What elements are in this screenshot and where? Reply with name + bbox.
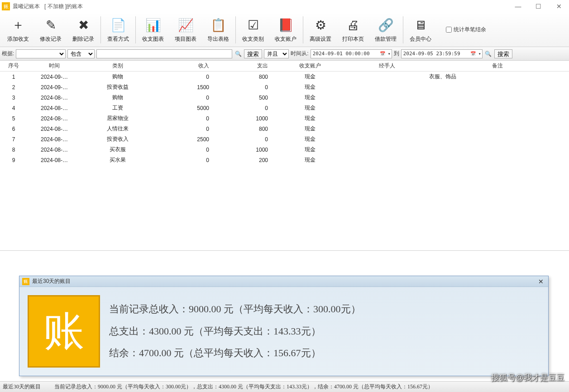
table-cell bbox=[426, 113, 569, 124]
status-bar: 最近30天的账目 当前记录总收入：9000.00 元（平均每天收入：300.00… bbox=[0, 381, 569, 392]
table-cell: 现金 bbox=[272, 82, 349, 92]
summary-line-income: 当前记录总收入：9000.00 元（平均每天收入：300.00元） bbox=[109, 298, 361, 320]
close-button[interactable]: ✕ bbox=[549, 0, 569, 13]
table-cell: 800 bbox=[213, 124, 272, 134]
table-cell: 购物 bbox=[81, 92, 154, 103]
chart-project-label: 项目图表 bbox=[175, 35, 196, 43]
maximize-button[interactable]: ☐ bbox=[528, 0, 549, 13]
edit-button[interactable]: ✎修改记录 bbox=[34, 14, 67, 46]
table-row[interactable]: 42024-08-…工资50000现金 bbox=[0, 103, 569, 113]
filter-bar: 根据: 包含 🔍 搜索 并且 时间从: 2024-09-01 00:00:00 … bbox=[0, 47, 569, 61]
table-cell: 2024-09-… bbox=[27, 82, 81, 92]
table-cell: 2 bbox=[0, 82, 27, 92]
table-row[interactable]: 22024-09-…投资收益15000现金 bbox=[0, 82, 569, 92]
delete-button[interactable]: ✖删除记录 bbox=[67, 14, 100, 46]
table-cell: 6 bbox=[0, 124, 27, 134]
time-from-label: 时间从: bbox=[291, 50, 308, 57]
date-start-input[interactable]: 2024-09-01 00:00:00 bbox=[311, 49, 392, 58]
table-row[interactable]: 52024-08-…居家物业01000现金 bbox=[0, 113, 569, 124]
table-row[interactable]: 72024-08-…投资收入25000现金 bbox=[0, 134, 569, 144]
table-cell: 居家物业 bbox=[81, 113, 154, 124]
add-icon: ＋ bbox=[10, 16, 27, 33]
table-cell: 0 bbox=[213, 82, 272, 92]
table-cell: 买水果 bbox=[81, 155, 154, 165]
search-final-button[interactable]: 搜索 bbox=[494, 49, 512, 58]
search-button[interactable]: 搜索 bbox=[244, 49, 262, 58]
column-header[interactable]: 时间 bbox=[27, 61, 81, 72]
table-cell: 200 bbox=[213, 155, 272, 165]
table-cell: 1000 bbox=[213, 144, 272, 155]
table-cell: 买衣服 bbox=[81, 144, 154, 155]
table-cell: 工资 bbox=[81, 103, 154, 113]
viewmode-icon: 📄 bbox=[110, 16, 127, 33]
table-cell: 0 bbox=[154, 72, 213, 82]
loan-icon: 🔗 bbox=[377, 16, 394, 33]
column-header[interactable]: 支出 bbox=[213, 61, 272, 72]
print-label: 打印本页 bbox=[342, 35, 364, 43]
table-cell: 2024-08-… bbox=[27, 155, 81, 165]
table-cell: 7 bbox=[0, 134, 27, 144]
chart-income-button[interactable]: 📊收支图表 bbox=[137, 14, 169, 46]
account-button[interactable]: 📕收支账户 bbox=[269, 14, 302, 46]
table-cell bbox=[349, 134, 426, 144]
contains-select[interactable]: 包含 bbox=[67, 49, 95, 58]
table-cell bbox=[349, 103, 426, 113]
status-left: 最近30天的账目 bbox=[3, 383, 41, 391]
export-label: 导出表格 bbox=[207, 35, 229, 43]
column-header[interactable]: 序号 bbox=[0, 61, 27, 72]
table-row[interactable]: 32024-08-…购物0500现金 bbox=[0, 92, 569, 103]
minimize-button[interactable]: — bbox=[508, 0, 528, 13]
app-icon: 账 bbox=[2, 2, 10, 10]
table-cell: 0 bbox=[213, 134, 272, 144]
table-cell: 衣服、饰品 bbox=[426, 72, 569, 82]
loan-button[interactable]: 🔗借款管理 bbox=[369, 14, 402, 46]
delete-icon: ✖ bbox=[75, 16, 92, 33]
table-cell: 现金 bbox=[272, 72, 349, 82]
to-label: 到 bbox=[394, 50, 399, 57]
table-cell bbox=[349, 113, 426, 124]
basis-select[interactable] bbox=[16, 49, 66, 58]
summary-close-button[interactable]: ✕ bbox=[536, 277, 545, 286]
search-icon: 🔍 bbox=[234, 50, 242, 58]
and-select[interactable]: 并且 bbox=[264, 49, 289, 58]
print-icon: 🖨 bbox=[344, 16, 362, 33]
column-header[interactable]: 类别 bbox=[81, 61, 154, 72]
chart-income-icon: 📊 bbox=[144, 16, 162, 33]
table-row[interactable]: 92024-08-…买水果0200现金 bbox=[0, 155, 569, 165]
table-cell bbox=[349, 82, 426, 92]
summary-icon: 账 bbox=[22, 278, 29, 285]
loan-label: 借款管理 bbox=[375, 35, 397, 43]
category-button[interactable]: ☑收支类别 bbox=[237, 14, 269, 46]
chart-project-button[interactable]: 📈项目图表 bbox=[169, 14, 202, 46]
column-header[interactable]: 收支账户 bbox=[272, 61, 349, 72]
filter-text-input[interactable] bbox=[96, 49, 232, 58]
table-cell: 5000 bbox=[154, 103, 213, 113]
table-row[interactable]: 12024-09-…购物0800现金衣服、饰品 bbox=[0, 72, 569, 82]
table-cell bbox=[349, 155, 426, 165]
table-cell: 800 bbox=[213, 72, 272, 82]
member-button[interactable]: 🖥会员中心 bbox=[404, 14, 437, 46]
viewmode-button[interactable]: 📄查看方式 bbox=[102, 14, 134, 46]
table-cell: 现金 bbox=[272, 155, 349, 165]
export-button[interactable]: 📋导出表格 bbox=[202, 14, 234, 46]
export-icon: 📋 bbox=[210, 16, 227, 33]
add-button[interactable]: ＋添加收支 bbox=[2, 14, 34, 46]
date-end-input[interactable]: 2024-09-05 23:59:59 bbox=[401, 49, 483, 58]
table-cell: 1000 bbox=[213, 113, 272, 124]
table-cell: 购物 bbox=[81, 72, 154, 82]
table-cell: 0 bbox=[154, 155, 213, 165]
table-row[interactable]: 82024-08-…买衣服01000现金 bbox=[0, 144, 569, 155]
chart-project-icon: 📈 bbox=[177, 16, 194, 33]
table-cell bbox=[426, 124, 569, 134]
delete-label: 删除记录 bbox=[72, 35, 94, 43]
column-header[interactable]: 备注 bbox=[426, 61, 569, 72]
advanced-button[interactable]: ⚙高级设置 bbox=[304, 14, 337, 46]
stat-single-balance-checkbox[interactable]: 统计单笔结余 bbox=[446, 26, 486, 33]
column-header[interactable]: 收入 bbox=[154, 61, 213, 72]
column-header[interactable]: 经手人 bbox=[349, 61, 426, 72]
table-cell: 现金 bbox=[272, 92, 349, 103]
table-row[interactable]: 62024-08-…人情往来0800现金 bbox=[0, 124, 569, 134]
table-cell: 2500 bbox=[154, 134, 213, 144]
print-button[interactable]: 🖨打印本页 bbox=[337, 14, 369, 46]
summary-title: 最近30天的账目 bbox=[32, 277, 71, 285]
